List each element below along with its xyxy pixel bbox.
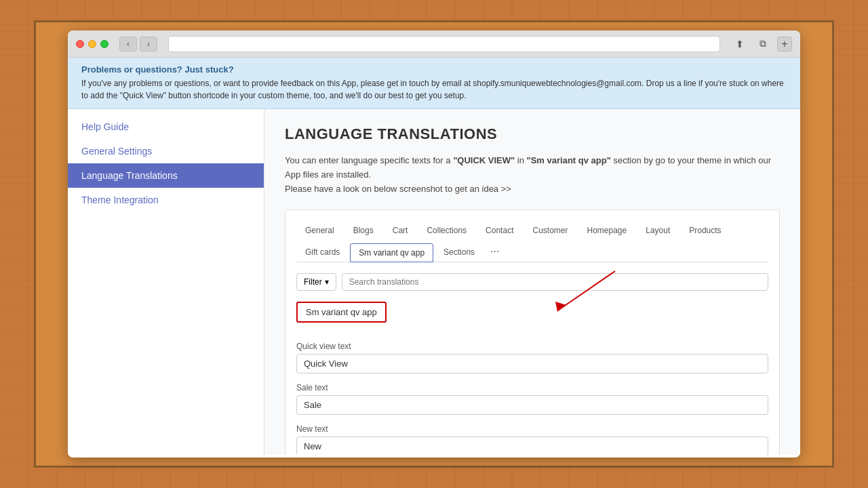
theme-tabs: General Blogs Cart Collections Contact C… [296,221,768,262]
search-input[interactable] [342,273,768,291]
content-area: LANGUAGE TRANSLATIONS You can enter lang… [264,109,800,455]
new-tab-button[interactable]: + [777,37,792,52]
main-layout: Help Guide General Settings Language Tra… [68,109,800,455]
sidebar-item-general-settings[interactable]: General Settings [68,139,264,163]
field-new: New text [296,424,768,455]
forward-button[interactable]: › [140,37,157,52]
sale-label: Sale text [296,383,768,392]
form-fields: Quick view text Sale text New text [296,342,768,455]
tab-sm-variant[interactable]: Sm variant qv app [350,243,433,262]
new-input[interactable] [296,436,768,455]
arrow-indicator [513,264,649,319]
field-sale: Sale text [296,383,768,415]
filter-button[interactable]: Filter ▾ [296,273,336,291]
maximize-button[interactable] [100,40,108,48]
traffic-lights [76,40,108,48]
app-section-label: Sm variant qv app [296,302,387,323]
tab-sections[interactable]: Sections [435,243,484,262]
info-banner: Problems or questions? Just stuck? If yo… [68,58,800,109]
screenshot-box: General Blogs Cart Collections Contact C… [285,209,780,455]
banner-title: Problems or questions? Just stuck? [81,64,787,75]
tab-contact[interactable]: Contact [477,221,522,240]
sidebar-item-help-guide[interactable]: Help Guide [68,115,264,139]
browser-content: Problems or questions? Just stuck? If yo… [68,58,800,458]
new-label: New text [296,424,768,434]
close-button[interactable] [76,40,84,48]
description: You can enter language specific texts fo… [285,154,780,196]
sidebar: Help Guide General Settings Language Tra… [68,109,264,455]
page-title: LANGUAGE TRANSLATIONS [285,125,780,143]
quick-view-input[interactable] [296,354,768,373]
toolbar-icons: ⬆ ⧉ [731,37,772,52]
nav-buttons: ‹ › [119,37,157,52]
duplicate-icon[interactable]: ⧉ [754,37,772,52]
field-quick-view: Quick view text [296,342,768,373]
tab-gift-cards[interactable]: Gift cards [296,243,349,262]
tab-customer[interactable]: Customer [524,221,576,240]
sidebar-item-theme-integration[interactable]: Theme Integration [68,188,264,212]
quick-view-label: Quick view text [296,342,768,351]
tab-layout[interactable]: Layout [637,221,679,240]
banner-text: If you've any problems or questions, or … [81,77,787,102]
tab-general[interactable]: General [296,221,343,240]
tab-blogs[interactable]: Blogs [344,221,382,240]
minimize-button[interactable] [88,40,96,48]
tab-cart[interactable]: Cart [384,221,417,240]
arrow-container: Sm variant qv app [296,302,768,333]
tab-products[interactable]: Products [680,221,730,240]
filter-row: Filter ▾ [296,273,768,291]
back-button[interactable]: ‹ [119,37,137,52]
share-icon[interactable]: ⬆ [731,37,749,52]
title-bar: ‹ › ⬆ ⧉ + [68,30,800,58]
sale-input[interactable] [296,395,768,415]
sidebar-item-language-translations[interactable]: Language Translations [68,163,264,188]
tab-collections[interactable]: Collections [418,221,475,240]
svg-marker-1 [555,302,566,312]
address-bar[interactable] [168,36,720,52]
tabs-more-icon[interactable]: ··· [485,241,505,262]
tab-homepage[interactable]: Homepage [578,221,635,240]
